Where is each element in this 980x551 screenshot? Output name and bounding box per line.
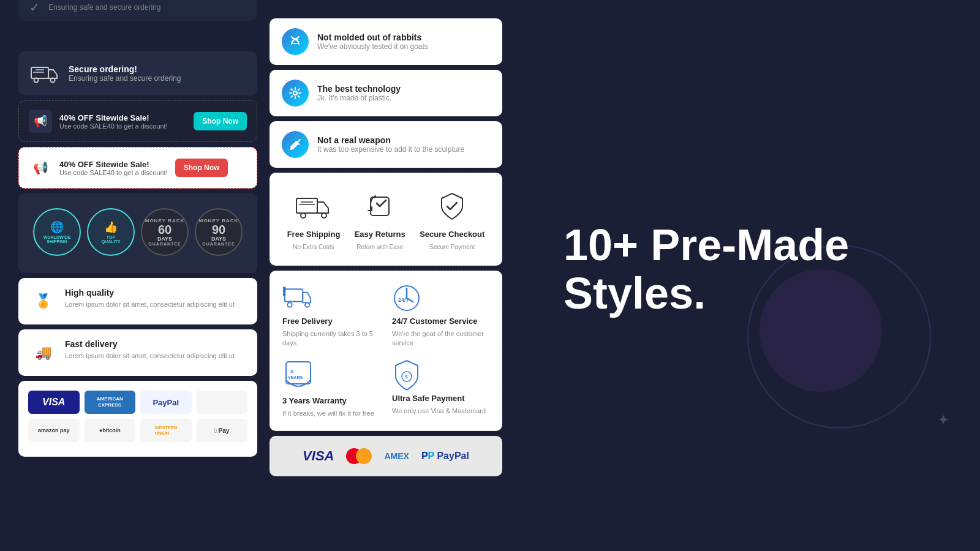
90days-badge: MONEY BACK 90 DAYS GUARANTEE	[195, 208, 243, 256]
svg-line-3	[292, 39, 298, 40]
svg-point-7	[301, 213, 306, 218]
returns-icon	[361, 188, 398, 225]
fast-delivery-card: 🚚 Fast delivery Lorem ipsum dolor sit am…	[18, 329, 257, 376]
fast-delivery-icon: 🚚	[29, 339, 56, 366]
sale-banner-dark: 📢 40% OFF Sitewide Sale! Use code SALE40…	[18, 100, 257, 142]
paypal-logo: PayPal	[140, 391, 192, 414]
quality-icon: 👍	[104, 220, 118, 234]
amazon-pay-logo: amazon pay	[28, 419, 80, 442]
secure-checkout-icon	[434, 188, 470, 225]
high-quality-text: High quality Lorem ipsum dolor sit amet,…	[65, 288, 235, 310]
free-shipping-icon	[295, 188, 332, 225]
warranty-item: 3 YEARS 3 Years Warranty If it breaks, w…	[282, 361, 380, 418]
feature-2-text: The best technology Jk. It's made of pla…	[317, 84, 401, 102]
truck-icon	[29, 61, 60, 86]
apple-pay-logo:  Pay	[197, 419, 248, 442]
center-column: Not molded out of rabbits We've obviousl…	[270, 0, 502, 551]
24-7-icon: 24/7	[392, 283, 421, 313]
svg-point-14	[305, 302, 309, 307]
dna-icon	[282, 28, 309, 55]
weapon-icon	[282, 131, 309, 158]
free-delivery-icon: FREE	[282, 283, 312, 313]
mastercard-logo	[197, 391, 248, 414]
safe-payment-icon: $	[392, 361, 421, 390]
svg-point-5	[293, 91, 297, 95]
free-shipping-trust-item: Free Shipping No Extra Costs	[287, 188, 341, 250]
delivery-features-card: FREE Free Delivery Shipping currently ta…	[270, 271, 502, 431]
bitcoin-logo: ●bitcoin	[85, 419, 136, 442]
feature-list-item-2: The best technology Jk. It's made of pla…	[270, 70, 502, 116]
headline: 10+ Pre-Made Styles.	[564, 221, 980, 318]
svg-rect-0	[31, 67, 48, 78]
bottom-paypal-logo: PP PayPal	[421, 451, 469, 462]
partial-top-card: ✓ Ensuring safe and secure ordering	[18, 0, 257, 21]
feature-3-text: Not a real weapon It was too expensive t…	[317, 135, 464, 154]
sale-dark-text: 40% OFF Sitewide Sale! Use code SALE40 t…	[59, 113, 186, 130]
badge-section: 🌐 WORLDWIDE SHIPPING 👍 TOP QUALITY MONEY…	[18, 193, 257, 273]
globe-icon: 🌐	[50, 220, 64, 234]
high-quality-card: 🏅 High quality Lorem ipsum dolor sit ame…	[18, 278, 257, 324]
megaphone-light-icon: 📢	[29, 156, 52, 179]
bottom-payment-card: VISA AMEX PP PayPal	[270, 436, 502, 476]
feature-list-item-1: Not molded out of rabbits We've obviousl…	[270, 18, 502, 65]
shop-now-teal-button[interactable]: Shop Now	[194, 112, 247, 130]
quality-badge: 👍 TOP QUALITY	[87, 208, 135, 256]
medal-icon: 🏅	[29, 288, 56, 315]
svg-point-8	[322, 213, 326, 218]
safe-payment-item: $ Ultra Safe Payment We only use Visa & …	[392, 361, 489, 418]
svg-text:YEARS: YEARS	[288, 375, 303, 380]
megaphone-dark-icon: 📢	[29, 110, 52, 133]
checkmark-icon: ✓	[29, 0, 40, 15]
payment-logos-card: VISA AMERICANEXPRESS PayPal amazon pay ●…	[18, 381, 257, 457]
svg-text:FREE: FREE	[284, 290, 295, 294]
svg-text:$: $	[405, 374, 408, 380]
trust-badges-card: Free Shipping No Extra Costs Easy Return…	[270, 173, 502, 266]
worldwide-badge: 🌐 WORLDWIDE SHIPPING	[33, 208, 81, 256]
fast-delivery-text: Fast delivery Lorem ipsum dolor sit amet…	[65, 339, 235, 361]
tech-icon	[282, 80, 309, 107]
easy-returns-trust-item: Easy Returns Return with Ease	[355, 188, 405, 250]
sale-light-text: 40% OFF Sitewide Sale! Use code SALE40 t…	[59, 160, 168, 176]
sale-banner-light: 📢 40% OFF Sitewide Sale! Use code SALE40…	[18, 147, 257, 189]
amex-logo: AMERICANEXPRESS	[85, 391, 136, 414]
svg-rect-6	[296, 198, 317, 213]
left-column: ✓ Ensuring safe and secure ordering Secu…	[18, 0, 257, 551]
secure-order-card: Secure ordering! Ensuring safe and secur…	[18, 51, 257, 96]
feature-list-item-3: Not a real weapon It was too expensive t…	[270, 121, 502, 168]
bottom-amex-logo: AMEX	[384, 451, 409, 461]
shop-now-red-button[interactable]: Shop Now	[175, 159, 228, 177]
feature-1-text: Not molded out of rabbits We've obviousl…	[317, 32, 428, 51]
secure-order-text: Secure ordering! Ensuring safe and secur…	[69, 64, 181, 83]
60days-badge: MONEY BACK 60 DAYS GUARANTEE	[141, 208, 189, 256]
svg-point-13	[287, 302, 292, 307]
western-union-logo: WESTERNUNION	[140, 419, 192, 442]
svg-rect-17	[286, 362, 311, 384]
free-delivery-item: FREE Free Delivery Shipping currently ta…	[282, 283, 380, 348]
warranty-icon: 3 YEARS	[282, 361, 314, 392]
bottom-mastercard-logo	[346, 448, 372, 464]
svg-text:24/7: 24/7	[398, 297, 409, 303]
svg-text:3: 3	[290, 369, 293, 374]
bottom-visa-logo: VISA	[303, 448, 334, 464]
visa-logo: VISA	[28, 391, 80, 414]
customer-service-item: 24/7 24/7 Customer Service We're the goa…	[392, 283, 489, 348]
partial-top-text: Ensuring safe and secure ordering	[48, 3, 160, 12]
secure-checkout-trust-item: Secure Checkout Secure Payment	[420, 188, 484, 250]
right-column: 10+ Pre-Made Styles.	[527, 0, 980, 551]
